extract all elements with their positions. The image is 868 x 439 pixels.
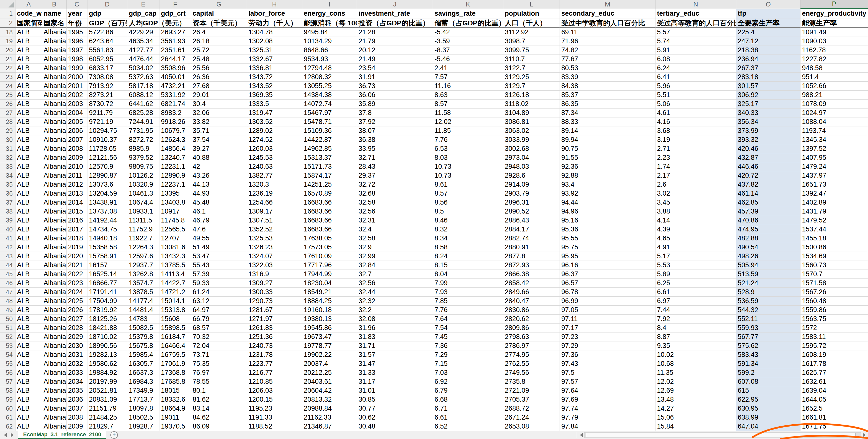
cell-I26[interactable]: 14072.74	[302, 100, 357, 108]
cell-K20[interactable]: -8.37	[433, 46, 503, 55]
cell-O57[interactable]: 607.08	[736, 377, 801, 386]
cell-N23[interactable]: 6.41	[655, 73, 736, 81]
cell-A50[interactable]: ALB	[16, 314, 42, 324]
cell-I43[interactable]: 17610.09	[302, 252, 357, 261]
cell-E23[interactable]: 5372.63	[127, 73, 159, 81]
cell-H45[interactable]: 1316.9	[247, 270, 302, 279]
cell-J39[interactable]: 32.31	[357, 216, 433, 225]
cell-A58[interactable]: ALB	[16, 386, 42, 395]
cell-P46[interactable]: 1571.58	[801, 279, 868, 288]
cell-I56[interactable]: 20212.25	[302, 368, 357, 377]
cell-I35[interactable]: 14251.25	[302, 180, 357, 189]
cell-I23[interactable]: 12808.32	[302, 73, 357, 81]
cell-G56[interactable]: 76.97	[191, 368, 247, 377]
cell-L56[interactable]: 2749.56	[503, 368, 560, 377]
cell-P29[interactable]: 1193.74	[801, 127, 868, 135]
cell-G38[interactable]: 46.1	[191, 207, 247, 216]
cell-G34[interactable]: 43.26	[191, 171, 247, 180]
select-all-corner[interactable]	[0, 0, 16, 9]
cell-H18[interactable]: 1304.78	[247, 28, 302, 37]
column-header-C[interactable]: C	[66, 0, 88, 9]
cell-L51[interactable]: 2809.86	[503, 324, 560, 333]
cell-O26[interactable]: 325.17	[736, 100, 801, 108]
cell-P34[interactable]: 1437.97	[801, 171, 868, 180]
cell-J53[interactable]: 31.71	[357, 341, 433, 350]
cell-O45[interactable]: 513.59	[736, 270, 801, 279]
cell-K29[interactable]: 11.85	[433, 127, 503, 135]
cell-B55[interactable]: Albania	[42, 359, 66, 368]
cell-H32[interactable]: 1245.53	[247, 153, 302, 162]
cell-F24[interactable]: 4732.21	[159, 81, 191, 91]
row-header-24[interactable]: 24	[0, 81, 16, 91]
cell-N33[interactable]: 1.74	[655, 162, 736, 171]
cell-M2[interactable]: 受过中学教育的人口百分比	[560, 19, 655, 28]
cell-C58[interactable]: 2035	[66, 386, 88, 395]
row-header-35[interactable]: 35	[0, 180, 16, 189]
cell-B36[interactable]: Albania	[42, 189, 66, 198]
cell-A31[interactable]: ALB	[16, 144, 42, 153]
cell-K34[interactable]: 10.73	[433, 171, 503, 180]
cell-D49[interactable]: 17819.92	[88, 306, 127, 314]
row-header-50[interactable]: 50	[0, 314, 16, 324]
cell-J33[interactable]: 28.43	[357, 162, 433, 171]
cell-C42[interactable]: 2019	[66, 243, 88, 252]
cell-H55[interactable]: 1223.77	[247, 359, 302, 368]
cell-D32[interactable]: 12121.56	[88, 153, 127, 162]
cell-I52[interactable]: 19673.47	[302, 333, 357, 341]
cell-M30[interactable]: 89.94	[560, 135, 655, 144]
cell-L18[interactable]: 3112.92	[503, 28, 560, 37]
cell-A2[interactable]: 国家简码	[16, 19, 42, 28]
cell-O51[interactable]: 559.93	[736, 324, 801, 333]
cell-D30[interactable]: 10910.37	[88, 135, 127, 144]
cell-B40[interactable]: Albania	[42, 225, 66, 234]
cell-K30[interactable]: 7.76	[433, 135, 503, 144]
cell-H44[interactable]: 1322.03	[247, 261, 302, 270]
cell-P21[interactable]: 1227.82	[801, 55, 868, 64]
cell-P57[interactable]: 1632.61	[801, 377, 868, 386]
cell-H54[interactable]: 1231.78	[247, 350, 302, 359]
cell-E20[interactable]: 4127.77	[127, 46, 159, 55]
cell-I50[interactable]: 19380.13	[302, 314, 357, 324]
cell-B30[interactable]: Albania	[42, 135, 66, 144]
column-header-O[interactable]: O	[736, 0, 801, 9]
cell-P22[interactable]: 948.58	[801, 64, 868, 73]
cell-C50[interactable]: 2027	[66, 314, 88, 324]
cell-I1[interactable]: energy_cons	[302, 9, 357, 19]
cell-B62[interactable]: Albania	[42, 422, 66, 431]
cell-C40[interactable]: 2017	[66, 225, 88, 234]
cell-A22[interactable]: ALB	[16, 64, 42, 73]
cell-B27[interactable]: Albania	[42, 108, 66, 117]
cell-P19[interactable]: 1090.03	[801, 37, 868, 46]
cell-F59[interactable]: 18332.6	[159, 395, 191, 404]
cell-B43[interactable]: Albania	[42, 252, 66, 261]
cell-E31[interactable]: 8985.9	[127, 144, 159, 153]
cell-C21[interactable]: 1998	[66, 55, 88, 64]
cell-B57[interactable]: Albania	[42, 377, 66, 386]
cell-K43[interactable]: 8.24	[433, 252, 503, 261]
cell-A27[interactable]: ALB	[16, 108, 42, 117]
cell-O54[interactable]: 583.43	[736, 350, 801, 359]
cell-M22[interactable]: 80.53	[560, 64, 655, 73]
cell-F53[interactable]: 16466.4	[159, 341, 191, 350]
cell-P2[interactable]: 能源生产率	[801, 19, 868, 28]
cell-M29[interactable]: 89.14	[560, 127, 655, 135]
cell-G54[interactable]: 73.71	[191, 350, 247, 359]
cell-M45[interactable]: 96.37	[560, 270, 655, 279]
cell-D41[interactable]: 14940.18	[88, 234, 127, 243]
cell-G41[interactable]: 49.55	[191, 234, 247, 243]
cell-M62[interactable]: 97.84	[560, 422, 655, 431]
row-header-49[interactable]: 49	[0, 306, 16, 314]
cell-P50[interactable]: 1563.75	[801, 314, 868, 324]
cell-O36[interactable]: 461.14	[736, 189, 801, 198]
row-header-40[interactable]: 40	[0, 225, 16, 234]
cell-L37[interactable]: 2896.31	[503, 198, 560, 207]
cell-L21[interactable]: 3110.7	[503, 55, 560, 64]
cell-B58[interactable]: Albania	[42, 386, 66, 395]
cell-J2[interactable]: 投资（占GDP的比重）	[357, 19, 433, 28]
hscroll-left-icon[interactable]	[580, 433, 583, 437]
row-header-55[interactable]: 55	[0, 359, 16, 368]
cell-H31[interactable]: 1260.03	[247, 144, 302, 153]
cell-P18[interactable]: 1091.49	[801, 28, 868, 37]
cell-G58[interactable]: 80.1	[191, 386, 247, 395]
cell-G60[interactable]: 83.14	[191, 404, 247, 413]
